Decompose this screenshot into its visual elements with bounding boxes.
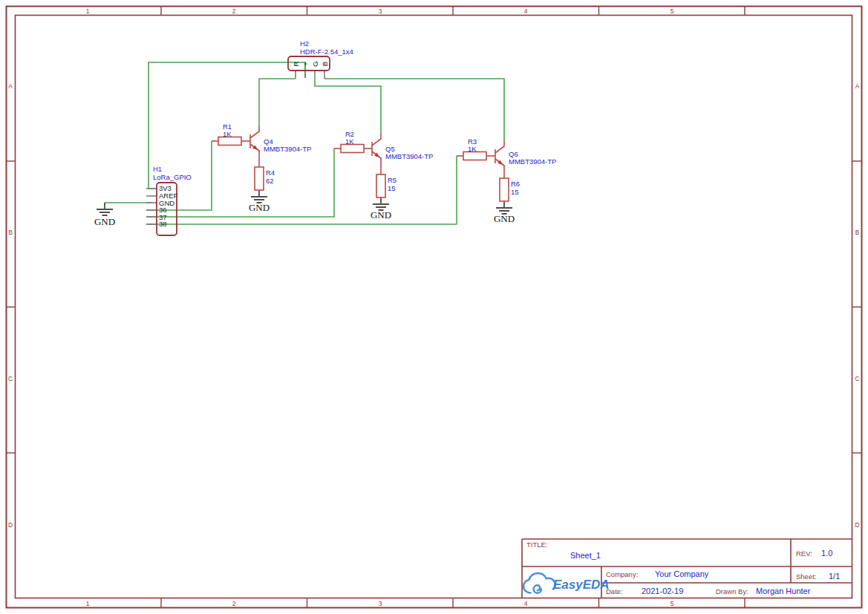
r2-value[interactable]: 1K bbox=[345, 137, 354, 146]
ruler-row-label: B bbox=[8, 229, 13, 236]
h2-pin-label-plus: + bbox=[301, 62, 310, 66]
component-r1[interactable]: R1 1K bbox=[212, 123, 250, 146]
r4-body[interactable] bbox=[255, 167, 264, 190]
gnd-symbol-h1[interactable]: GND bbox=[94, 203, 115, 227]
ruler-col-label: 1 bbox=[86, 7, 90, 15]
r6-ref[interactable]: R6 bbox=[511, 180, 520, 188]
ruler-col-label: 4 bbox=[524, 600, 528, 607]
h2-pin-label-b: B bbox=[321, 62, 329, 66]
q4-collector[interactable] bbox=[250, 126, 259, 138]
ruler-ticks bbox=[7, 7, 862, 608]
drawn-by-value[interactable]: Morgan Hunter bbox=[756, 587, 811, 595]
ruler-row-label: D bbox=[8, 521, 13, 529]
gnd-symbol-q6[interactable]: GND bbox=[494, 201, 515, 224]
gnd-symbol-q4[interactable]: GND bbox=[249, 190, 270, 213]
company-value[interactable]: Your Company bbox=[655, 569, 709, 578]
easyeda-logo: EasyEDA bbox=[523, 573, 610, 593]
sheet-value[interactable]: 1/1 bbox=[829, 572, 840, 581]
r5-body[interactable] bbox=[376, 174, 385, 197]
wire-pin38-to-r3[interactable] bbox=[146, 156, 457, 224]
drawn-by-label: Drawn By: bbox=[716, 587, 748, 595]
ruler-row-label: C bbox=[855, 375, 859, 382]
r5-ref[interactable]: R5 bbox=[388, 176, 397, 184]
gnd-label: GND bbox=[371, 209, 391, 221]
r4-ref[interactable]: R4 bbox=[266, 169, 275, 177]
r2-body[interactable] bbox=[341, 145, 364, 153]
sheet-frame: 1 2 3 4 5 1 2 3 4 5 A B C D A B C D bbox=[7, 7, 862, 608]
easyeda-cloud-swirl bbox=[534, 585, 541, 592]
q5-value[interactable]: MMBT3904-TP bbox=[385, 152, 433, 160]
rev-value[interactable]: 1.0 bbox=[821, 549, 832, 558]
frame-inner-border bbox=[16, 16, 852, 598]
sheet-title[interactable]: Sheet_1 bbox=[570, 551, 601, 560]
ruler-col-label: 2 bbox=[232, 600, 236, 607]
h1-value[interactable]: LoRa_GPIO bbox=[153, 173, 192, 181]
r5-value[interactable]: 15 bbox=[388, 184, 396, 192]
component-q5-transistor[interactable]: Q5 MMBT3904-TP bbox=[372, 134, 433, 160]
component-r5[interactable]: R5 15 bbox=[376, 158, 397, 197]
r1-value[interactable]: 1K bbox=[223, 130, 232, 138]
ruler-col-label: 3 bbox=[379, 7, 382, 15]
company-label: Company: bbox=[606, 570, 638, 578]
h1-pin-name: 38 bbox=[159, 220, 167, 228]
title-block: TITLE: Sheet_1 REV: 1.0 Company: Your Co… bbox=[522, 539, 852, 598]
q6-value[interactable]: MMBT3904-TP bbox=[509, 157, 556, 166]
q5-collector[interactable] bbox=[372, 134, 381, 146]
q6-collector[interactable] bbox=[495, 141, 504, 153]
r3-value[interactable]: 1K bbox=[468, 145, 477, 153]
ruler-row-label: C bbox=[8, 375, 13, 382]
h2-pin-label-r: R bbox=[292, 61, 300, 66]
h2-value[interactable]: HDR-F-2.54_1x4 bbox=[300, 48, 353, 56]
frame-outer-border bbox=[7, 7, 862, 608]
h2-pin-label-g: G bbox=[311, 61, 319, 66]
wire-r-channel[interactable] bbox=[259, 79, 296, 126]
h1-ref[interactable]: H1 bbox=[153, 165, 162, 173]
ruler-col-label: 4 bbox=[524, 7, 528, 15]
wire-g-channel[interactable] bbox=[315, 77, 381, 134]
component-r6[interactable]: R6 15 bbox=[500, 166, 520, 201]
component-r3[interactable]: R3 1K bbox=[457, 137, 495, 160]
rev-label: REV: bbox=[796, 549, 812, 558]
r4-value[interactable]: 62 bbox=[266, 177, 274, 185]
component-q6-transistor[interactable]: Q6 MMBT3904-TP bbox=[495, 141, 556, 166]
ruler-col-label: 5 bbox=[670, 600, 674, 607]
h2-ref[interactable]: H2 bbox=[300, 39, 309, 48]
schematic-canvas[interactable]: 1 2 3 4 5 1 2 3 4 5 A B C D A B C D bbox=[0, 0, 868, 614]
ruler-row-label: D bbox=[855, 521, 859, 529]
title-label: TITLE: bbox=[526, 540, 548, 549]
r1-body[interactable] bbox=[218, 137, 241, 146]
gnd-label: GND bbox=[249, 202, 270, 213]
ruler-col-label: 1 bbox=[86, 600, 90, 607]
r6-value[interactable]: 15 bbox=[511, 188, 519, 196]
r6-body[interactable] bbox=[500, 178, 509, 201]
ruler-col-label: 5 bbox=[670, 7, 674, 15]
ruler-row-label: B bbox=[855, 229, 860, 236]
component-r2[interactable]: R2 1K bbox=[334, 130, 372, 153]
component-r4[interactable]: R4 62 bbox=[255, 151, 275, 191]
r3-body[interactable] bbox=[463, 152, 486, 160]
sheet-label: Sheet: bbox=[796, 572, 816, 581]
ruler-row-label: A bbox=[8, 82, 13, 90]
ruler-col-label: 3 bbox=[379, 600, 382, 607]
gnd-label: GND bbox=[94, 216, 115, 227]
q4-value[interactable]: MMBT3904-TP bbox=[264, 145, 311, 153]
ruler-col-label: 2 bbox=[232, 7, 236, 15]
gnd-symbol-q5[interactable]: GND bbox=[371, 197, 391, 221]
gnd-label: GND bbox=[494, 213, 515, 224]
component-h2-header[interactable]: H2 HDR-F-2.54_1x4 R + G B bbox=[288, 39, 353, 79]
easyeda-logo-text: EasyEDA bbox=[553, 578, 610, 592]
date-value[interactable]: 2021-02-19 bbox=[642, 587, 683, 595]
component-q4-transistor[interactable]: Q4 MMBT3904-TP bbox=[250, 126, 311, 153]
ruler-row-label: A bbox=[855, 82, 860, 90]
